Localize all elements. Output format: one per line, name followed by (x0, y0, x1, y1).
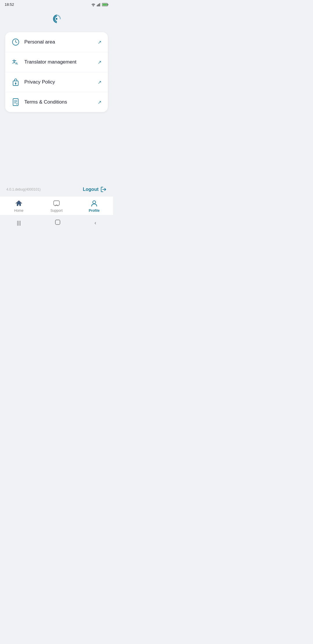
svg-rect-2 (99, 4, 99, 6)
svg-rect-7 (103, 3, 107, 6)
svg-rect-1 (98, 4, 98, 6)
android-nav-bar: ||| ‹ (0, 215, 113, 232)
svg-rect-24 (55, 220, 60, 225)
tab-home-label: Home (14, 209, 23, 213)
personal-area-arrow: ↗ (98, 39, 101, 45)
app-logo-area (0, 8, 113, 32)
privacy-policy-item[interactable]: Privacy Policy ↗ (5, 72, 108, 92)
svg-text:A: A (16, 62, 18, 65)
home-icon (15, 199, 23, 207)
privacy-icon (12, 78, 20, 86)
status-icons (91, 3, 108, 6)
battery-icon (102, 3, 108, 6)
tab-home[interactable]: Home (7, 199, 30, 213)
svg-point-23 (93, 201, 96, 204)
app-logo (49, 11, 64, 26)
tab-support-label: Support (50, 209, 63, 213)
translator-icon: 文 A (12, 58, 20, 66)
logout-icon (100, 186, 107, 193)
terms-icon (12, 98, 20, 106)
svg-rect-0 (97, 5, 97, 6)
wifi-icon (91, 3, 96, 6)
personal-area-item[interactable]: Personal area ↗ (5, 32, 108, 52)
profile-icon (90, 199, 98, 207)
tab-support[interactable]: Support (45, 199, 68, 213)
terms-arrow: ↗ (98, 100, 101, 105)
menu-card: Personal area ↗ 文 A Translator managemen… (5, 32, 108, 112)
content-spacer (0, 112, 113, 182)
terms-conditions-item[interactable]: Terms & Conditions ↗ (5, 92, 108, 112)
tab-bar: Home Support Profile (0, 196, 113, 215)
logout-label: Logout (83, 187, 99, 192)
support-icon (52, 199, 61, 207)
android-home-btn[interactable] (49, 218, 67, 228)
translator-management-item[interactable]: 文 A Translator management ↗ (5, 52, 108, 72)
translator-label: Translator management (24, 59, 77, 65)
terms-label: Terms & Conditions (24, 99, 67, 105)
logout-button[interactable]: Logout (83, 186, 107, 193)
svg-rect-6 (108, 4, 108, 5)
personal-area-icon (12, 38, 20, 46)
signal-icon (97, 3, 101, 6)
status-bar: 18:52 (0, 0, 113, 8)
personal-area-label: Personal area (24, 39, 55, 45)
svg-rect-16 (13, 99, 18, 106)
svg-rect-3 (99, 3, 100, 6)
status-time: 18:52 (5, 2, 14, 7)
android-menu-btn[interactable]: ||| (11, 219, 27, 227)
tab-profile[interactable]: Profile (83, 199, 106, 213)
privacy-label: Privacy Policy (24, 79, 55, 85)
privacy-arrow: ↗ (98, 79, 101, 85)
translator-arrow: ↗ (98, 59, 101, 65)
version-text: 4.0.1.debug(4000101) (6, 187, 41, 191)
svg-rect-4 (100, 3, 101, 6)
bottom-action-bar: 4.0.1.debug(4000101) Logout (0, 182, 113, 196)
android-back-btn[interactable]: ‹ (89, 219, 102, 227)
tab-profile-label: Profile (89, 209, 99, 213)
svg-point-8 (56, 18, 57, 20)
